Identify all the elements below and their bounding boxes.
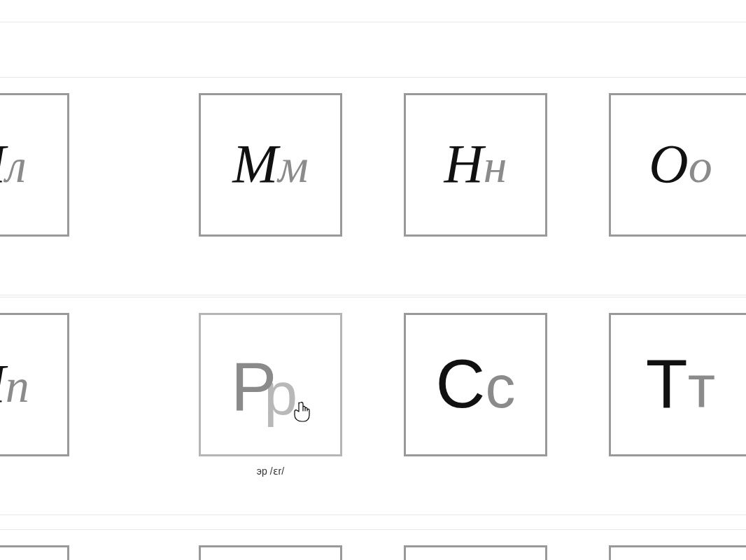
lowercase-glyph: л bbox=[6, 139, 27, 192]
letter-tile-p[interactable]: Пп bbox=[0, 313, 69, 456]
uppercase-glyph: М bbox=[232, 133, 278, 194]
letter-tile-s[interactable]: Сс bbox=[404, 313, 547, 456]
letter-tile-t[interactable]: Тт bbox=[609, 313, 746, 456]
alphabet-row: Зз Ии Йй Кк bbox=[0, 0, 746, 22]
uppercase-glyph: О bbox=[649, 133, 688, 194]
letter-tile-o[interactable]: Оо bbox=[609, 93, 746, 237]
letter-tile[interactable]: Фф bbox=[199, 545, 342, 560]
letter-tile-m[interactable]: Мм bbox=[199, 93, 342, 237]
uppercase-glyph: Р bbox=[231, 347, 276, 424]
lowercase-glyph: о bbox=[689, 139, 712, 192]
lowercase-glyph: с bbox=[485, 353, 515, 420]
lowercase-glyph: т bbox=[688, 353, 715, 420]
alphabet-row: Уу Фф Хх Цц bbox=[0, 529, 746, 560]
lowercase-glyph: м bbox=[278, 139, 308, 192]
letter-tile[interactable]: Уу bbox=[0, 545, 69, 560]
letter-tile[interactable]: Хх bbox=[404, 545, 547, 560]
lowercase-glyph: п bbox=[6, 359, 29, 412]
uppercase-glyph: Н bbox=[444, 133, 483, 194]
uppercase-glyph: Л bbox=[0, 133, 6, 194]
alphabet-row: Лл Мм Нн Оо bbox=[0, 77, 746, 295]
letter-tile-r[interactable]: Рр эр /ɛr/ bbox=[199, 313, 342, 456]
uppercase-glyph: С bbox=[436, 345, 486, 422]
letter-tile[interactable]: Цц bbox=[609, 545, 746, 560]
alphabet-row: Пп Рр эр /ɛr/ Сс Тт bbox=[0, 297, 746, 515]
uppercase-glyph: Т bbox=[646, 345, 688, 422]
letter-tile-l[interactable]: Лл bbox=[0, 93, 69, 237]
letter-tile-n[interactable]: Нн bbox=[404, 93, 547, 237]
lowercase-glyph: н bbox=[484, 139, 507, 192]
letter-caption: эр /ɛr/ bbox=[201, 465, 340, 477]
